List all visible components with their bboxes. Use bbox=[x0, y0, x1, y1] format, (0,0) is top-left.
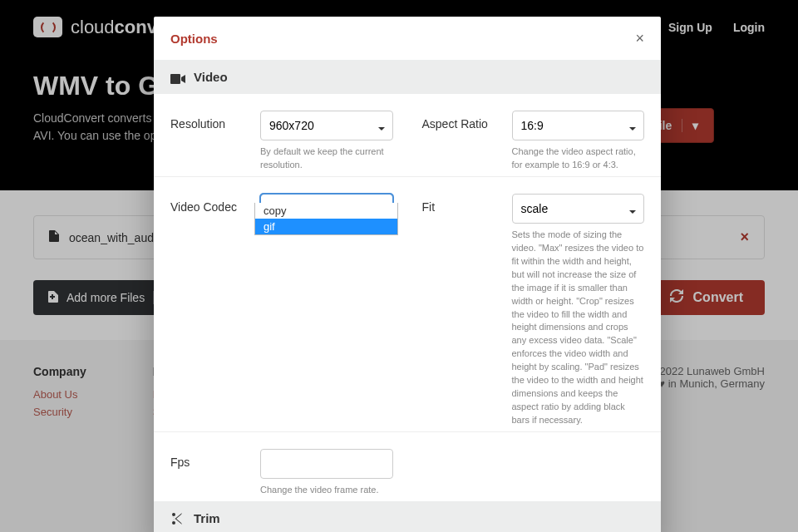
nav-signup[interactable]: Sign Up bbox=[668, 21, 712, 34]
codec-label: Video Codec bbox=[170, 194, 252, 427]
aspect-label: Aspect Ratio bbox=[422, 111, 504, 172]
codec-option-copy[interactable]: copy bbox=[255, 203, 397, 219]
remove-file-button[interactable]: × bbox=[740, 229, 749, 246]
section-trim-head: Trim bbox=[154, 501, 661, 532]
convert-icon bbox=[670, 289, 683, 306]
video-icon bbox=[170, 72, 184, 82]
section-video-head: Video bbox=[154, 60, 661, 94]
nav-right: Sign Up Login bbox=[668, 21, 765, 34]
file-icon bbox=[49, 230, 59, 244]
resolution-hint: By default we keep the current resolutio… bbox=[260, 145, 393, 172]
plus-file-icon bbox=[48, 291, 58, 305]
fit-hint: Sets the mode of sizing the video. "Max"… bbox=[512, 229, 645, 427]
chevron-down-icon[interactable]: ▾ bbox=[682, 119, 698, 132]
resolution-label: Resolution bbox=[170, 111, 252, 172]
logo-icon bbox=[33, 17, 62, 37]
modal-header: Options × bbox=[154, 17, 661, 60]
fps-hint: Change the video frame rate. bbox=[260, 484, 393, 497]
fit-select[interactable]: scale bbox=[512, 194, 645, 224]
footer-company-head: Company bbox=[33, 365, 86, 378]
modal-title: Options bbox=[170, 32, 218, 46]
footer-security-link[interactable]: Security bbox=[33, 406, 86, 418]
fit-label: Fit bbox=[422, 194, 504, 427]
fps-label: Fps bbox=[170, 449, 252, 497]
footer-about-link[interactable]: About Us bbox=[33, 388, 86, 401]
nav-login[interactable]: Login bbox=[733, 21, 765, 34]
codec-dropdown-list: copy gif bbox=[254, 203, 398, 235]
close-icon[interactable]: × bbox=[635, 31, 644, 46]
aspect-select[interactable]: 16:9 bbox=[512, 111, 645, 140]
codec-option-gif[interactable]: gif bbox=[255, 219, 397, 234]
options-modal: Options × Video Resolution 960x720 By de… bbox=[154, 17, 661, 532]
fps-input[interactable] bbox=[260, 449, 393, 479]
scissors-icon bbox=[170, 513, 184, 523]
convert-button[interactable]: Convert bbox=[648, 280, 765, 315]
resolution-select[interactable]: 960x720 bbox=[260, 111, 393, 140]
aspect-hint: Change the video aspect ratio, for examp… bbox=[512, 145, 645, 172]
